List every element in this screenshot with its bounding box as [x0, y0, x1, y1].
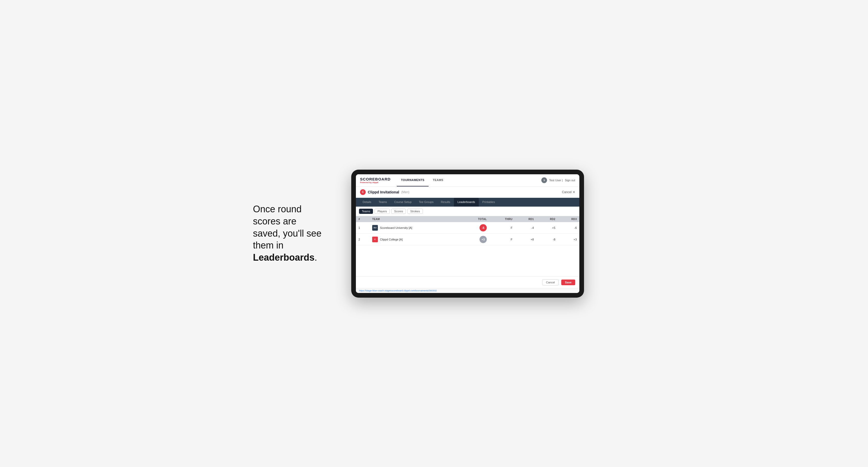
col-rd2: RD2	[536, 216, 558, 222]
close-icon: ✕	[572, 190, 575, 194]
empty-area	[356, 245, 579, 276]
filter-scores-button[interactable]: Scores	[391, 209, 406, 214]
rd3-1: -6	[558, 222, 579, 234]
rd2-1: +5	[536, 222, 558, 234]
logo-sub: Powered by clippd	[360, 181, 391, 184]
tournament-cancel-button[interactable]: Cancel ✕	[562, 190, 575, 194]
sub-tabs: Details Teams Course Setup Tee Groups Re…	[356, 198, 579, 207]
table-row: 1 SU Scoreboard University [A] -5 F -4	[356, 222, 579, 234]
left-description: Once round scores are saved, you'll see …	[253, 203, 336, 264]
col-thru: THRU	[489, 216, 515, 222]
url-bar: https://stage-blue-coach.stagesscoreboar…	[356, 288, 579, 293]
score-badge-1: -5	[479, 224, 487, 231]
sign-out-link[interactable]: Sign out	[565, 179, 575, 182]
tournament-gender: (Men)	[401, 190, 409, 194]
team-name-1: SU Scoreboard University [A]	[370, 222, 461, 234]
rank-2: 2	[356, 234, 370, 245]
rank-1: 1	[356, 222, 370, 234]
filter-bar: Teams Players Scores Strokes	[356, 207, 579, 216]
total-1: -5	[461, 222, 489, 234]
rd1-2: +8	[515, 234, 536, 245]
filter-teams-button[interactable]: Teams	[359, 209, 373, 214]
team-logo-2: C	[372, 237, 378, 242]
logo-text: SCOREBOARD	[360, 177, 391, 181]
tournament-icon: C	[360, 189, 366, 195]
nav-links: TOURNAMENTS TEAMS	[397, 174, 541, 187]
user-name: Test User |	[549, 179, 562, 182]
tab-teams[interactable]: Teams	[375, 198, 391, 207]
tournament-title: C Clippd Invitational (Men)	[360, 189, 409, 195]
logo-area: SCOREBOARD Powered by clippd	[360, 177, 391, 184]
nav-right: S Test User | Sign out	[541, 177, 575, 183]
col-rd1: RD1	[515, 216, 536, 222]
table-row: 2 C Clippd College [A] +3 F +8 -8	[356, 234, 579, 245]
thru-1: F	[489, 222, 515, 234]
score-badge-2: +3	[479, 236, 487, 243]
page-wrapper: Once round scores are saved, you'll see …	[253, 169, 615, 298]
tab-printables[interactable]: Printables	[479, 198, 499, 207]
top-nav: SCOREBOARD Powered by clippd TOURNAMENTS…	[356, 174, 579, 187]
filter-players-button[interactable]: Players	[374, 209, 390, 214]
leaderboard-table: # TEAM TOTAL THRU RD1 RD2 RD3 1	[356, 216, 579, 245]
user-avatar: S	[541, 177, 547, 183]
rd3-2: +3	[558, 234, 579, 245]
tournament-name: Clippd Invitational	[368, 190, 399, 194]
footer-save-button[interactable]: Save	[561, 280, 575, 285]
table-header-row: # TEAM TOTAL THRU RD1 RD2 RD3	[356, 216, 579, 222]
tab-leaderboards[interactable]: Leaderboards	[454, 198, 479, 207]
tab-tee-groups[interactable]: Tee Groups	[415, 198, 437, 207]
col-rank: #	[356, 216, 370, 222]
team-cell-1: SU Scoreboard University [A]	[372, 225, 459, 231]
col-total: TOTAL	[461, 216, 489, 222]
footer-cancel-button[interactable]: Cancel	[542, 279, 559, 285]
nav-link-tournaments[interactable]: TOURNAMENTS	[397, 174, 429, 187]
tablet-frame: SCOREBOARD Powered by clippd TOURNAMENTS…	[351, 169, 584, 298]
thru-2: F	[489, 234, 515, 245]
col-rd3: RD3	[558, 216, 579, 222]
footer: Cancel Save	[356, 276, 579, 288]
team-cell-2: C Clippd College [A]	[372, 237, 459, 242]
tab-details[interactable]: Details	[359, 198, 375, 207]
col-team: TEAM	[370, 216, 461, 222]
filter-strokes-button[interactable]: Strokes	[407, 209, 423, 214]
total-2: +3	[461, 234, 489, 245]
rd1-1: -4	[515, 222, 536, 234]
team-logo-1: SU	[372, 225, 378, 231]
tablet-screen: SCOREBOARD Powered by clippd TOURNAMENTS…	[356, 174, 579, 293]
tab-results[interactable]: Results	[437, 198, 454, 207]
nav-link-teams[interactable]: TEAMS	[429, 174, 447, 187]
team-name-2: C Clippd College [A]	[370, 234, 461, 245]
tab-course-setup[interactable]: Course Setup	[391, 198, 415, 207]
tournament-header: C Clippd Invitational (Men) Cancel ✕	[356, 187, 579, 198]
rd2-2: -8	[536, 234, 558, 245]
